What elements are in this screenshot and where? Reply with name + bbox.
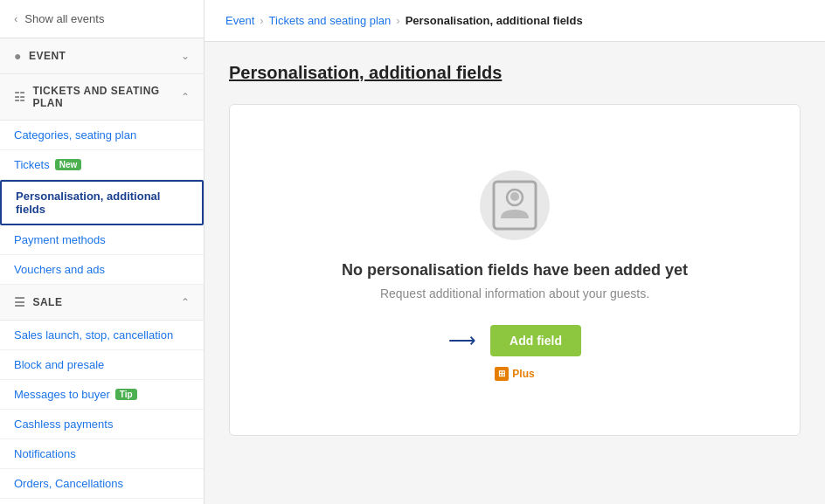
page-title: Personalisation, additional fields bbox=[229, 63, 801, 83]
sidebar-item-orders[interactable]: Orders, Cancellations bbox=[0, 469, 204, 499]
plus-badge: ⊞ Plus bbox=[495, 367, 534, 381]
svg-point-2 bbox=[510, 192, 519, 201]
new-badge: New bbox=[55, 159, 82, 170]
content-area: Personalisation, additional fields No pe… bbox=[205, 42, 825, 504]
empty-icon-wrap bbox=[480, 170, 550, 240]
sidebar-item-payment[interactable]: Payment methods bbox=[0, 225, 204, 255]
empty-state-card: No personalisation fields have been adde… bbox=[229, 104, 801, 436]
sidebar-item-sales-launch[interactable]: Sales launch, stop, cancellation bbox=[0, 321, 204, 350]
breadcrumb-current: Personalisation, additional fields bbox=[406, 14, 583, 27]
plus-icon: ⊞ bbox=[495, 367, 509, 381]
tip-badge: Tip bbox=[115, 389, 137, 400]
sidebar-item-categories[interactable]: Categories, seating plan bbox=[0, 121, 204, 150]
sidebar-item-tickets[interactable]: Tickets New bbox=[0, 150, 204, 180]
location-icon: ● bbox=[14, 49, 22, 63]
chevron-up-icon-sale: ⌃ bbox=[181, 296, 190, 308]
show-all-events-link[interactable]: ‹ Show all events bbox=[0, 0, 204, 38]
breadcrumb: Event › Tickets and seating plan › Perso… bbox=[205, 0, 825, 42]
chevron-left-icon: ‹ bbox=[14, 12, 17, 25]
sidebar-item-personalisation[interactable]: Personalisation, additional fields bbox=[0, 180, 204, 225]
tickets-icon: ☷ bbox=[14, 90, 25, 104]
plus-label: Plus bbox=[512, 368, 534, 380]
sidebar-item-notifications[interactable]: Notifications bbox=[0, 439, 204, 469]
breadcrumb-sep-1: › bbox=[260, 14, 263, 27]
chevron-down-icon: ⌄ bbox=[181, 50, 190, 62]
sidebar-section-tickets[interactable]: ☷ TICKETS AND SEATING PLAN ⌃ bbox=[0, 74, 204, 121]
sidebar-item-payouts[interactable]: Payouts New bbox=[0, 499, 204, 504]
chevron-up-icon: ⌃ bbox=[181, 91, 190, 103]
show-all-label: Show all events bbox=[24, 12, 104, 25]
breadcrumb-sep-2: › bbox=[396, 14, 399, 27]
sidebar-item-cashless[interactable]: Cashless payments bbox=[0, 410, 204, 439]
sidebar: ‹ Show all events ● EVENT ⌄ ☷ TICKETS AN… bbox=[0, 0, 205, 504]
sidebar-item-messages[interactable]: Messages to buyer Tip bbox=[0, 380, 204, 410]
sale-icon: ☰ bbox=[14, 295, 25, 309]
breadcrumb-tickets[interactable]: Tickets and seating plan bbox=[269, 14, 392, 27]
main-content: Event › Tickets and seating plan › Perso… bbox=[205, 0, 825, 504]
sidebar-item-block-presale[interactable]: Block and presale bbox=[0, 350, 204, 380]
sidebar-item-vouchers[interactable]: Vouchers and ads bbox=[0, 255, 204, 285]
person-card-icon bbox=[492, 180, 537, 231]
add-field-button[interactable]: Add field bbox=[490, 325, 581, 356]
sidebar-section-sale[interactable]: ☰ SALE ⌃ bbox=[0, 285, 204, 321]
arrow-right-icon: ⟶ bbox=[448, 329, 476, 352]
sidebar-section-event[interactable]: ● EVENT ⌄ bbox=[0, 38, 204, 74]
empty-subtitle: Request additional information about you… bbox=[380, 287, 649, 300]
empty-title: No personalisation fields have been adde… bbox=[342, 261, 688, 280]
breadcrumb-event[interactable]: Event bbox=[225, 14, 254, 27]
add-field-row: ⟶ Add field bbox=[448, 325, 581, 356]
